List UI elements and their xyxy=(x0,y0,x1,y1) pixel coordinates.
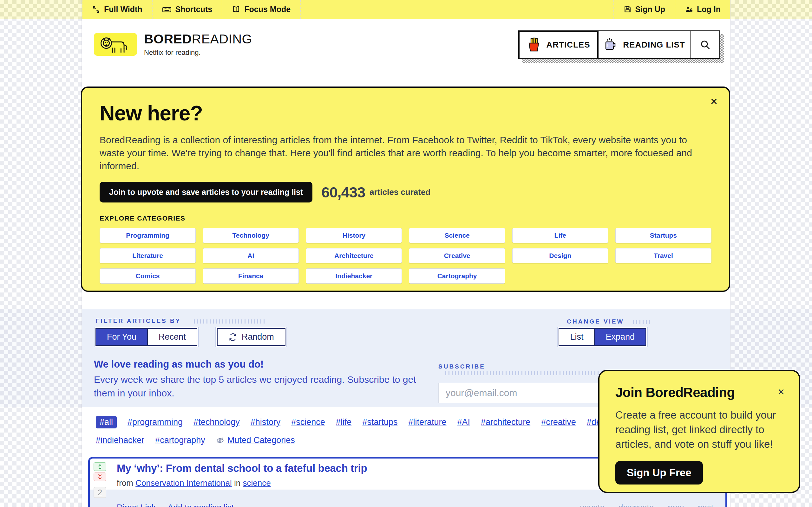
category-button-literature[interactable]: Literature xyxy=(100,248,196,263)
view-expand-button[interactable]: Expand xyxy=(594,329,646,345)
banner-description: BoredReading is a collection of interest… xyxy=(100,133,705,172)
article-category-link[interactable]: science xyxy=(243,478,270,488)
category-grid: Programming Technology History Science L… xyxy=(100,228,711,284)
popup-close-icon[interactable]: × xyxy=(778,386,784,398)
lion-logo-icon xyxy=(97,35,134,54)
add-to-reading-list-link[interactable]: Add to reading list xyxy=(168,503,234,507)
tag-creative[interactable]: #creative xyxy=(541,417,576,427)
sign-up-free-button[interactable]: Sign Up Free xyxy=(615,461,703,485)
category-button-history[interactable]: History xyxy=(306,228,402,243)
join-button[interactable]: Join to upvote and save articles to your… xyxy=(100,182,312,203)
tag-indiehacker[interactable]: #indiehacker xyxy=(96,435,144,445)
topbar-left-group: Full Width Shortcuts Focus Mode xyxy=(82,0,301,19)
category-button-ai[interactable]: AI xyxy=(203,248,299,263)
tab-reading-list-label: READING LIST xyxy=(623,40,685,50)
brand-logo[interactable] xyxy=(94,33,137,56)
tag-literature[interactable]: #literature xyxy=(408,417,446,427)
muted-categories-link[interactable]: Muted Categories xyxy=(216,435,295,445)
filter-segmented-control: For You Recent xyxy=(94,327,199,347)
upvote-button[interactable] xyxy=(94,462,106,471)
vote-count: 2 xyxy=(94,487,106,498)
category-button-startups[interactable]: Startups xyxy=(615,228,711,243)
topbar: Full Width Shortcuts Focus Mode Sign xyxy=(0,0,812,19)
hint-prev: prev xyxy=(668,503,684,507)
eye-off-icon xyxy=(216,436,224,445)
subscribe-heading: We love reading as much as you do! xyxy=(94,359,264,370)
sign-up-button[interactable]: Sign Up xyxy=(613,0,675,19)
popup-title: Join BoredReading xyxy=(615,385,784,400)
view-segmented-control: List Expand xyxy=(557,327,648,347)
category-button-indiehacker[interactable]: Indiehacker xyxy=(306,268,402,284)
refresh-icon xyxy=(229,333,237,342)
view-list-button[interactable]: List xyxy=(559,329,594,345)
brand-tagline: Netflix for reading. xyxy=(144,49,252,57)
hint-upvote: upvote xyxy=(580,503,605,507)
category-button-programming[interactable]: Programming xyxy=(100,228,196,243)
subscribe-label: SUBSCRIBE xyxy=(438,363,485,370)
category-button-creative[interactable]: Creative xyxy=(409,248,505,263)
tab-articles-label: ARTICLES xyxy=(547,40,590,50)
tab-reading-list[interactable]: READING LIST xyxy=(598,31,691,59)
banner-close-icon[interactable]: × xyxy=(711,95,717,107)
articles-count: 60,433 xyxy=(321,183,365,201)
brand-text[interactable]: BOREDREADING Netflix for reading. xyxy=(144,32,252,57)
category-button-design[interactable]: Design xyxy=(512,248,608,263)
hint-downvote: downvote xyxy=(618,503,654,507)
shortcuts-button[interactable]: Shortcuts xyxy=(153,0,223,19)
filter-for-you-button[interactable]: For You xyxy=(96,329,147,345)
tag-life[interactable]: #life xyxy=(336,417,352,427)
subscribe-description: Every week we share the top 5 articles w… xyxy=(94,373,430,400)
expand-icon xyxy=(92,5,100,14)
topbar-right-group: Sign Up Log In xyxy=(613,0,730,19)
book-icon xyxy=(232,5,241,14)
site-header: BOREDREADING Netflix for reading. A xyxy=(0,19,812,70)
category-button-comics[interactable]: Comics xyxy=(100,268,196,284)
downvote-button[interactable] xyxy=(94,472,106,481)
fries-icon xyxy=(527,38,541,52)
tag-programming[interactable]: #programming xyxy=(128,417,183,427)
category-button-science[interactable]: Science xyxy=(409,228,505,243)
tag-architecture[interactable]: #architecture xyxy=(481,417,530,427)
tag-ai[interactable]: #AI xyxy=(457,417,470,427)
byline-from-word: from xyxy=(117,478,133,488)
category-button-finance[interactable]: Finance xyxy=(203,268,299,284)
tab-articles[interactable]: ARTICLES xyxy=(518,31,599,59)
sign-up-label: Sign Up xyxy=(635,5,665,14)
full-width-button[interactable]: Full Width xyxy=(83,0,153,19)
popup-description: Create a free account to build your read… xyxy=(615,408,783,452)
tag-cartography[interactable]: #cartography xyxy=(155,435,205,445)
log-in-button[interactable]: Log In xyxy=(675,0,730,19)
welcome-banner: × New here? BoredReading is a collection… xyxy=(81,87,730,292)
random-button[interactable]: Random xyxy=(217,329,285,345)
tag-startups[interactable]: #startups xyxy=(362,417,397,427)
tag-all[interactable]: #all xyxy=(96,416,117,429)
category-button-travel[interactable]: Travel xyxy=(615,248,711,263)
tag-technology[interactable]: #technology xyxy=(194,417,240,427)
explore-categories-label: EXPLORE CATEGORIES xyxy=(100,215,711,222)
main-nav: ARTICLES READING LIST xyxy=(518,31,720,59)
full-width-label: Full Width xyxy=(104,5,142,14)
tag-history[interactable]: #history xyxy=(251,417,281,427)
save-icon xyxy=(623,5,631,13)
direct-link[interactable]: Direct Link xyxy=(117,503,156,507)
focus-mode-button[interactable]: Focus Mode xyxy=(222,0,301,19)
filter-dash-decoration xyxy=(194,320,265,324)
category-button-life[interactable]: Life xyxy=(512,228,608,243)
keyboard-hints: upvote downvote prev next xyxy=(580,503,725,507)
banner-title: New here? xyxy=(100,101,711,125)
category-button-cartography[interactable]: Cartography xyxy=(409,268,505,284)
tag-science[interactable]: #science xyxy=(291,417,325,427)
brand-bold: BORED xyxy=(144,32,192,46)
brand-light: READING xyxy=(192,32,252,46)
join-popup: × Join BoredReading Create a free accoun… xyxy=(598,370,800,493)
category-button-technology[interactable]: Technology xyxy=(203,228,299,243)
article-source-link[interactable]: Conservation International xyxy=(136,478,232,488)
view-dash-decoration xyxy=(633,320,650,324)
category-button-architecture[interactable]: Architecture xyxy=(306,248,402,263)
random-button-label: Random xyxy=(242,332,274,342)
user-lock-icon xyxy=(685,5,693,13)
filter-recent-button[interactable]: Recent xyxy=(147,329,197,345)
log-in-label: Log In xyxy=(697,5,721,14)
change-view-label: CHANGE VIEW xyxy=(567,318,624,325)
search-button[interactable] xyxy=(690,31,720,59)
